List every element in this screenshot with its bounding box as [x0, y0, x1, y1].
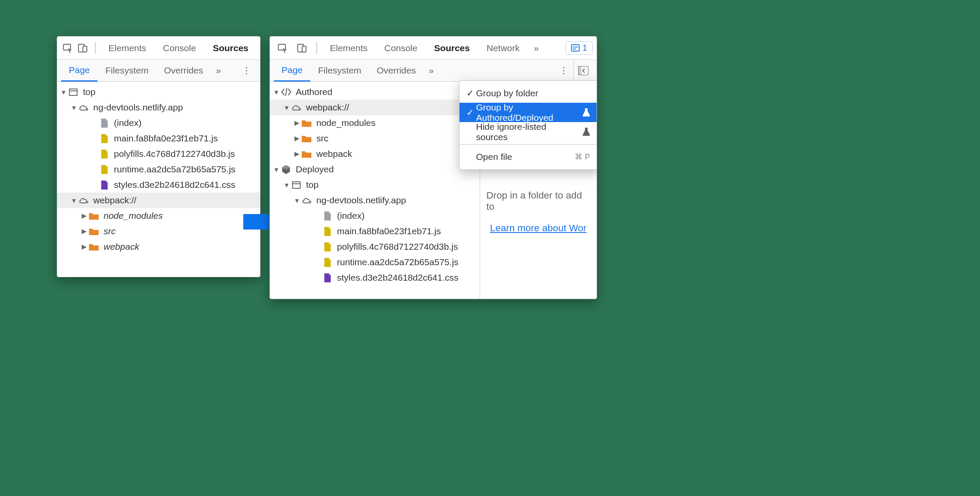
subtab-overrides[interactable]: Overrides [369, 60, 423, 82]
tree-file-index[interactable]: (index) [270, 208, 480, 224]
tree-folder-node-modules[interactable]: node_modules [270, 115, 480, 131]
menu-hide-ignore-listed[interactable]: Hide ignore-listed sources [459, 122, 597, 141]
tree-file-main[interactable]: main.fa8bfa0e23f1eb71.js [57, 131, 260, 146]
folder-icon [88, 210, 100, 222]
more-tabs-icon[interactable]: » [423, 65, 439, 76]
tree-label: runtime.aa2dc5a72b65a575.js [114, 164, 236, 175]
tree-webpack[interactable]: webpack:// [57, 193, 260, 208]
inspect-icon[interactable] [61, 39, 75, 57]
tree-frame-top[interactable]: top [270, 177, 480, 193]
keyboard-shortcut: ⌘ P [575, 152, 590, 162]
subtab-overrides[interactable]: Overrides [156, 60, 211, 82]
issues-badge[interactable]: 1 [565, 41, 593, 55]
tree-label: node_modules [316, 118, 376, 128]
subtab-page[interactable]: Page [61, 60, 98, 82]
tab-network[interactable]: Network [479, 37, 527, 60]
tree-group-deployed[interactable]: Deployed [270, 162, 480, 177]
main-tabstrip: Elements Console Sources Network » 1 [270, 37, 597, 60]
device-toggle-icon[interactable] [76, 39, 90, 57]
cloud-icon [78, 195, 89, 206]
menu-open-file[interactable]: Open file ⌘ P [459, 147, 597, 167]
js-file-icon [322, 226, 333, 237]
tree-label: main.fa8bfa0e23f1eb71.js [337, 226, 441, 236]
tree-domain[interactable]: ng-devtools.netlify.app [57, 100, 260, 115]
tab-elements[interactable]: Elements [322, 37, 376, 60]
check-icon: ✓ [465, 88, 476, 98]
subtab-page[interactable]: Page [274, 60, 310, 82]
folder-icon [88, 241, 100, 253]
tree-folder-src[interactable]: src [57, 224, 260, 239]
tree-folder-src[interactable]: src [270, 131, 480, 146]
tree-label: webpack:// [93, 195, 136, 205]
tree-folder-webpack[interactable]: webpack [270, 146, 480, 162]
device-toggle-icon[interactable] [293, 39, 311, 57]
menu-group-by-folder[interactable]: ✓ Group by folder [459, 83, 597, 103]
check-icon: ✓ [465, 107, 476, 118]
frame-icon [67, 86, 79, 98]
tab-elements[interactable]: Elements [101, 37, 154, 60]
tree-label: Deployed [296, 164, 334, 175]
tree-label: runtime.aa2dc5a72b65a575.js [337, 257, 459, 267]
tree-label: (index) [114, 118, 141, 128]
sidebar-toggle-icon[interactable] [573, 60, 593, 82]
tree-file-main[interactable]: main.fa8bfa0e23f1eb71.js [270, 224, 480, 239]
code-icon [280, 86, 292, 98]
drop-hint-text: Drop in a folder to add to [487, 190, 591, 212]
svg-rect-2 [83, 46, 87, 52]
devtools-panel-left: Elements Console Sources Page Filesystem… [57, 36, 260, 277]
tree-label: src [316, 133, 328, 144]
tree-file-runtime[interactable]: runtime.aa2dc5a72b65a575.js [270, 254, 480, 270]
tree-folder-webpack[interactable]: webpack [57, 239, 260, 254]
more-tabs-icon[interactable]: » [529, 43, 544, 53]
css-file-icon [322, 272, 333, 284]
tree-label: top [306, 180, 318, 190]
tab-sources[interactable]: Sources [426, 37, 478, 60]
tree-file-runtime[interactable]: runtime.aa2dc5a72b65a575.js [57, 162, 260, 177]
tree-label: node_modules [104, 211, 163, 221]
tree-label: webpack [104, 242, 139, 252]
svg-rect-8 [572, 45, 579, 51]
tree-file-index[interactable]: (index) [57, 115, 260, 131]
tree-group-authored[interactable]: Authored [270, 84, 480, 100]
more-options-icon[interactable]: ⋮ [237, 65, 256, 76]
menu-separator [459, 144, 597, 145]
issues-count: 1 [582, 43, 587, 53]
more-options-icon[interactable]: ⋮ [554, 65, 573, 76]
tree-label: styles.d3e2b24618d2c641.css [114, 180, 236, 190]
deployed-icon [280, 164, 292, 175]
subtab-filesystem[interactable]: Filesystem [98, 60, 156, 82]
more-tabs-icon[interactable]: » [211, 65, 226, 76]
tree-file-polyfills[interactable]: polyfills.4c768d7122740d3b.js [270, 239, 480, 254]
tree-label: src [104, 226, 116, 236]
tab-console[interactable]: Console [377, 37, 425, 60]
inspect-icon[interactable] [274, 39, 292, 57]
svg-rect-10 [573, 49, 576, 49]
file-icon [98, 117, 110, 129]
tree-label: polyfills.4c768d7122740d3b.js [114, 149, 235, 159]
issues-icon [571, 43, 580, 52]
tree-domain[interactable]: ng-devtools.netlify.app [270, 193, 480, 208]
tree-label: (index) [337, 211, 364, 221]
sources-tree: top ng-devtools.netlify.app (index) main… [57, 82, 260, 257]
tree-frame-top[interactable]: top [57, 84, 260, 100]
tab-sources[interactable]: Sources [205, 37, 256, 60]
tree-label: polyfills.4c768d7122740d3b.js [337, 242, 458, 252]
learn-more-link[interactable]: Learn more about Wor [490, 223, 587, 233]
js-file-icon [322, 257, 333, 268]
svg-rect-13 [293, 182, 300, 188]
sources-tree: Authored webpack:// node_modules src web… [270, 82, 480, 288]
file-icon [322, 210, 333, 222]
js-file-icon [98, 133, 110, 144]
tree-file-styles[interactable]: styles.d3e2b24618d2c641.css [270, 270, 480, 285]
tree-file-styles[interactable]: styles.d3e2b24618d2c641.css [57, 177, 260, 193]
tree-label: ng-devtools.netlify.app [316, 195, 406, 205]
tree-webpack[interactable]: webpack:// [270, 100, 480, 115]
js-file-icon [98, 164, 110, 175]
main-tabstrip: Elements Console Sources [57, 37, 260, 60]
tree-folder-node-modules[interactable]: node_modules [57, 208, 260, 224]
tab-console[interactable]: Console [155, 37, 204, 60]
tree-file-polyfills[interactable]: polyfills.4c768d7122740d3b.js [57, 146, 260, 162]
subtab-filesystem[interactable]: Filesystem [310, 60, 369, 82]
menu-group-by-authored[interactable]: ✓ Group by Authored/Deployed [459, 103, 597, 122]
folder-icon [301, 133, 312, 144]
